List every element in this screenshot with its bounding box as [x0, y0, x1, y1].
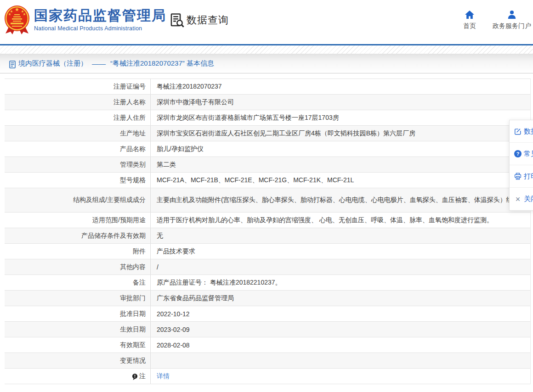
row-label: 产品名称 — [5, 141, 151, 157]
table-row: 生产地址深圳市宝安区石岩街道应人石社区创见二期工业区厂房4栋（即文韬科技园B栋）… — [5, 126, 530, 141]
panel-item-close[interactable]: × 关闭 — [510, 188, 533, 210]
row-label: 产品储存条件及有效期 — [5, 228, 151, 243]
top-nav: 首页 政务服务门户 — [463, 10, 531, 30]
row-value: / — [151, 259, 530, 274]
row-label-text: 注册证编号 — [113, 83, 146, 91]
row-label-text: 适用范围/预期用途 — [92, 216, 146, 224]
site-header: 国家药品监督管理局 National Medical Products Admi… — [0, 0, 533, 44]
row-label-text: 管理类别 — [120, 161, 146, 169]
nav-portal[interactable]: 政务服务门户 — [493, 10, 531, 30]
page: 国家药品监督管理局 National Medical Products Admi… — [0, 0, 533, 392]
row-value: 2028-02-08 — [151, 337, 530, 353]
row-value: 2023-02-09 — [151, 322, 530, 337]
row-value-text: 深圳市中微泽电子有限公司 — [157, 98, 234, 106]
table-row: 有效期至2028-02-08 — [5, 337, 530, 353]
row-value: 原产品注册证号： 粤械注准20182210237。 — [151, 275, 530, 290]
nav-home[interactable]: 首页 — [463, 10, 476, 30]
table-row: 审批部门广东省食品药品监督管理局 — [5, 291, 530, 306]
panel-item-label: 关闭 — [524, 195, 533, 203]
row-label: 结构及组成/主要组成成分 — [5, 188, 151, 212]
page-title: “粤械注准20182070237” 基本信息 — [110, 59, 214, 68]
panel-item-print[interactable]: 打印 — [510, 165, 533, 188]
table-row: 变更情况 — [5, 353, 530, 369]
row-value-text: 2023-02-09 — [157, 326, 190, 333]
side-panel: 数据纠错 ? 常见问题 打印 × 关闭 — [509, 120, 533, 211]
table-row: 批准日期2022-10-12 — [5, 306, 530, 322]
data-query-tab[interactable]: 数据查询 — [169, 12, 229, 28]
row-value: MCF-21A、MCF-21B、MCF-21E、MCF-21G、MCF-21K、… — [151, 173, 530, 188]
table-row: 生效日期2023-02-09 — [5, 322, 530, 337]
table-row: 注册证编号粤械注准20182070237 — [5, 79, 530, 95]
row-label: 适用范围/预期用途 — [5, 213, 151, 228]
row-value-text: 2028-02-08 — [157, 342, 190, 349]
row-value: 深圳市中微泽电子有限公司 — [151, 95, 530, 110]
row-label: 生产地址 — [5, 126, 151, 141]
table-row: 型号规格MCF-21A、MCF-21B、MCF-21E、MCF-21G、MCF-… — [5, 173, 530, 188]
row-label-text: 审批部门 — [120, 294, 146, 302]
data-query-icon — [169, 12, 185, 28]
table-row: 备注原产品注册证号： 粤械注准20182210237。 — [5, 275, 530, 291]
national-emblem-icon — [4, 4, 30, 35]
row-label-text: 备注 — [133, 279, 146, 287]
row-value: 主要由主机及功能附件(宫缩压探头、胎心率探头、胎动打标器、心电电缆、心电电极片、… — [151, 188, 530, 212]
row-value: 产品技术要求 — [151, 244, 530, 259]
row-label-text: 批准日期 — [120, 310, 146, 318]
row-value-text: 2022-10-12 — [157, 310, 190, 318]
data-query-label: 数据查询 — [187, 13, 229, 27]
row-label: 注册证编号 — [5, 79, 151, 94]
panel-item-label: 数据纠错 — [524, 127, 533, 136]
row-label: 审批部门 — [5, 291, 151, 306]
site-logo-link[interactable]: 国家药品监督管理局 National Medical Products Admi… — [4, 4, 166, 35]
panel-item-data-correction[interactable]: 数据纠错 — [510, 120, 533, 143]
table-row: 注册人名称深圳市中微泽电子有限公司 — [5, 95, 530, 110]
row-label-text: 生效日期 — [120, 325, 146, 334]
printer-icon — [514, 173, 522, 180]
row-label: 其他内容 — [5, 259, 151, 274]
panel-item-label: 打印 — [524, 172, 533, 181]
row-value: 无 — [151, 228, 530, 243]
table-row: 产品名称胎儿/孕妇监护仪 — [5, 141, 530, 157]
detail-table: 注册证编号粤械注准20182070237注册人名称深圳市中微泽电子有限公司注册人… — [5, 78, 531, 384]
nav-home-label: 首页 — [463, 22, 476, 30]
row-label: 注册人住所 — [5, 110, 151, 125]
document-icon — [9, 61, 16, 68]
row-value-text: 深圳市宝安区石岩街道应人石社区创见二期工业区厂房4栋（即文韬科技园B栋）第六层厂… — [157, 129, 415, 138]
table-row: 注详情 — [5, 369, 530, 384]
detail-link[interactable]: 详情 — [157, 372, 170, 381]
row-label: 附件 — [5, 244, 151, 259]
row-value-text: 粤械注准20182070237 — [157, 83, 222, 91]
panel-item-faq[interactable]: ? 常见问题 — [510, 143, 533, 165]
row-label-text: 型号规格 — [120, 176, 146, 185]
row-label-text: 其他内容 — [120, 263, 146, 271]
row-label-text: 生产地址 — [120, 129, 146, 138]
table-row: 其他内容/ — [5, 259, 530, 275]
row-label: 注 — [5, 369, 151, 384]
row-label-text: 产品名称 — [120, 145, 146, 153]
row-value: 2022-10-12 — [151, 306, 530, 321]
row-value-text: 深圳市龙岗区布吉街道赛格新城市广场第五号楼一座17层1703房 — [157, 114, 339, 122]
row-value-text: 适用于医疗机构对胎儿的心率、胎动及孕妇的宫缩强度、 心电、无创血压、呼吸、体温、… — [157, 216, 493, 224]
row-label: 备注 — [5, 275, 151, 290]
row-value: 第二类 — [151, 157, 530, 172]
row-value: 广东省食品药品监督管理局 — [151, 291, 530, 306]
row-label-text: 结构及组成/主要组成成分 — [73, 196, 146, 204]
row-label-text: 产品储存条件及有效期 — [81, 232, 146, 240]
row-value: 胎儿/孕妇监护仪 — [151, 141, 530, 157]
row-value — [151, 353, 530, 368]
question-icon: ? — [514, 150, 522, 157]
row-value-text: / — [157, 263, 159, 271]
row-value-text: 产品技术要求 — [157, 247, 195, 256]
table-row: 附件产品技术要求 — [5, 244, 530, 259]
table-row: 结构及组成/主要组成成分主要由主机及功能附件(宫缩压探头、胎心率探头、胎动打标器… — [5, 188, 530, 213]
table-row: 管理类别第二类 — [5, 157, 530, 173]
table-row: 注册人住所深圳市龙岗区布吉街道赛格新城市广场第五号楼一座17层1703房 — [5, 110, 530, 126]
edit-icon — [514, 128, 522, 135]
row-value-text: MCF-21A、MCF-21B、MCF-21E、MCF-21G、MCF-21K、… — [157, 176, 354, 185]
row-value: 深圳市龙岗区布吉街道赛格新城市广场第五号楼一座17层1703房 — [151, 110, 530, 125]
hatch-strip — [0, 45, 533, 54]
org-names: 国家药品监督管理局 National Medical Products Admi… — [34, 4, 166, 32]
row-label-text: 注册人名称 — [113, 98, 146, 106]
row-value: 详情 — [151, 369, 530, 384]
home-icon — [465, 10, 475, 19]
row-label-text: 注 — [139, 372, 146, 381]
